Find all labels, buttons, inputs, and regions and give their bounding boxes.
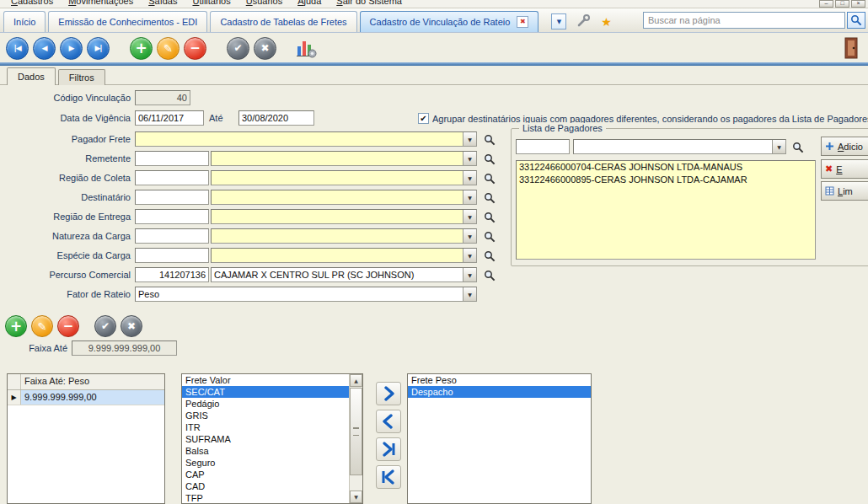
pagador-frete-search-icon[interactable] (482, 132, 496, 147)
faixa-delete-button[interactable]: − (57, 315, 79, 337)
menu-sair[interactable]: Sair do Sistema (329, 0, 410, 8)
pagador-list-item[interactable]: 33122466000895-CERAS JOHNSON LTDA-CAJAMA… (517, 174, 815, 186)
dropdown-arrow-icon[interactable]: ▼ (772, 140, 785, 153)
data-vigencia-inicio-field[interactable] (135, 110, 204, 126)
tab-dados[interactable]: Dados (7, 67, 56, 85)
remetente-search-icon[interactable] (482, 152, 496, 166)
dropdown-arrow-icon[interactable]: ▼ (463, 132, 476, 146)
grid-cell-faixa[interactable]: 9.999.999.999,00 (21, 390, 164, 405)
regiao-coleta-code-field[interactable] (135, 170, 209, 185)
pagador-code-field[interactable] (516, 139, 570, 154)
list-item[interactable]: GRIS (182, 410, 349, 421)
maximize-icon[interactable]: □ (835, 0, 849, 8)
dropdown-arrow-icon[interactable]: ▼ (463, 152, 476, 165)
regiao-entrega-combo[interactable]: ▼ (211, 209, 477, 224)
tab-overflow-button[interactable]: ▼ (551, 13, 566, 29)
menu-movimentacoes[interactable]: Movimentações (61, 0, 141, 8)
limpar-pagadores-button[interactable]: Lim (821, 181, 868, 201)
page-search-input[interactable] (643, 12, 845, 29)
tab-cadastro-vinculacao-rateio[interactable]: Cadastro de Vinculação de Rateio ✖ (360, 11, 539, 32)
destinatario-combo[interactable]: ▼ (211, 190, 477, 205)
componentes-disponiveis-listbox[interactable]: Frete Valor SEC/CAT Pedágio GRIS ITR SUF… (181, 373, 363, 504)
menu-utilitarios[interactable]: Utilitários (185, 0, 238, 8)
tab-emissao-conhecimentos-edi[interactable]: Emissão de Conhecimentos - EDI (48, 11, 207, 32)
favorite-star-icon[interactable]: ★ (601, 15, 612, 29)
faixa-edit-button[interactable]: ✎ (31, 315, 53, 337)
last-record-button[interactable]: ▶| (87, 37, 110, 60)
list-item[interactable]: Frete Peso (408, 374, 591, 386)
remetente-combo[interactable]: ▼ (211, 151, 477, 166)
move-all-left-button[interactable] (376, 465, 401, 489)
table-row[interactable]: ▶ 9.999.999.999,00 (8, 390, 164, 405)
remetente-code-field[interactable] (135, 151, 209, 166)
especie-carga-search-icon[interactable] (482, 249, 496, 263)
pagador-frete-combo[interactable]: ▼ (135, 131, 477, 147)
next-record-button[interactable]: ▶ (60, 37, 83, 60)
menu-usuarios[interactable]: Usuários (238, 0, 290, 8)
confirm-button[interactable]: ✔ (227, 37, 249, 60)
list-item[interactable]: Balsa (182, 445, 349, 457)
list-item-selected[interactable]: Despacho (408, 386, 591, 398)
regiao-coleta-search-icon[interactable] (482, 171, 496, 185)
dropdown-arrow-icon[interactable]: ▼ (463, 210, 476, 223)
natureza-carga-search-icon[interactable] (482, 229, 496, 244)
percurso-search-icon[interactable] (482, 268, 496, 282)
natureza-carga-combo[interactable]: ▼ (211, 228, 477, 244)
componentes-selecionados-listbox[interactable]: Frete Peso Despacho (407, 373, 592, 504)
list-item[interactable]: CAP (182, 469, 349, 480)
faixa-add-button[interactable]: + (5, 315, 27, 337)
fator-rateio-combo[interactable]: Peso ▼ (135, 287, 477, 302)
faixa-confirm-button[interactable]: ✔ (94, 315, 116, 337)
lista-pagadores-listbox[interactable]: 33122466000704-CERAS JOHNSON LTDA-MANAUS… (516, 160, 816, 260)
excluir-pagador-button[interactable]: ✖ E (821, 159, 868, 179)
list-item[interactable]: Pedágio (182, 398, 349, 410)
regiao-entrega-code-field[interactable] (135, 209, 209, 224)
close-icon[interactable]: × (851, 0, 865, 8)
tab-filtros[interactable]: Filtros (58, 69, 105, 85)
agrupar-checkbox[interactable]: ✔ (418, 113, 429, 124)
move-all-right-button[interactable] (376, 437, 401, 461)
dropdown-arrow-icon[interactable]: ▼ (463, 171, 476, 185)
regiao-entrega-search-icon[interactable] (482, 210, 496, 224)
edit-record-button[interactable]: ✎ (157, 37, 179, 60)
tools-icon[interactable] (576, 13, 591, 29)
menu-cadastros[interactable]: Cadastros (3, 0, 61, 8)
minimize-icon[interactable]: – (819, 0, 833, 8)
search-icon[interactable] (847, 12, 865, 29)
percurso-code-field[interactable] (135, 267, 209, 282)
destinatario-code-field[interactable] (135, 190, 209, 205)
tab-inicio[interactable]: Início (3, 11, 46, 32)
move-left-button[interactable] (376, 410, 401, 433)
list-item[interactable]: Frete Valor (182, 374, 349, 386)
scroll-up-icon[interactable]: ▲ (350, 374, 362, 387)
list-item[interactable]: CAD (182, 480, 349, 492)
list-item[interactable]: ITR (182, 421, 349, 433)
list-item[interactable]: TFP (182, 492, 349, 504)
pagador-list-item[interactable]: 33122466000704-CERAS JOHNSON LTDA-MANAUS (517, 161, 815, 174)
list-scrollbar[interactable]: ▲ ▼ (349, 374, 362, 503)
especie-carga-combo[interactable]: ▼ (211, 248, 477, 263)
menu-saidas[interactable]: Saídas (141, 0, 185, 8)
data-vigencia-fim-field[interactable] (238, 110, 314, 126)
cancel-button[interactable]: ✖ (254, 37, 276, 60)
tab-cadastro-tabelas-fretes[interactable]: Cadastro de Tabelas de Fretes (210, 11, 356, 32)
adicionar-pagador-button[interactable]: Adicio (821, 137, 868, 156)
dropdown-arrow-icon[interactable]: ▼ (463, 268, 476, 281)
dropdown-arrow-icon[interactable]: ▼ (463, 229, 476, 243)
tab-close-icon[interactable]: ✖ (517, 16, 528, 28)
move-right-button[interactable] (376, 382, 401, 405)
first-record-button[interactable]: |◀ (6, 37, 29, 60)
previous-record-button[interactable]: ◀ (33, 37, 56, 60)
scrollbar-thumb[interactable] (350, 388, 362, 475)
dropdown-arrow-icon[interactable]: ▼ (463, 249, 476, 262)
list-item[interactable]: SUFRAMA (182, 433, 349, 445)
dropdown-arrow-icon[interactable]: ▼ (463, 190, 476, 204)
scroll-down-icon[interactable]: ▼ (350, 491, 362, 503)
dropdown-arrow-icon[interactable]: ▼ (463, 287, 476, 301)
destinatario-search-icon[interactable] (482, 190, 496, 205)
natureza-carga-code-field[interactable] (135, 228, 209, 244)
list-item-selected[interactable]: SEC/CAT (182, 386, 349, 398)
chart-report-button[interactable] (294, 36, 318, 60)
exit-button[interactable] (841, 36, 861, 60)
list-item[interactable]: Seguro (182, 457, 349, 469)
